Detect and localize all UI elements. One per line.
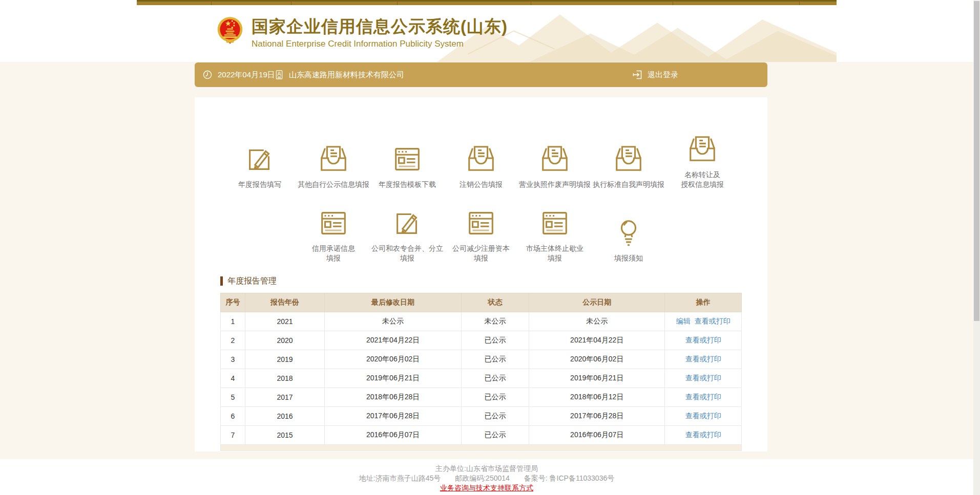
cell-published: 未公示 <box>529 312 665 331</box>
cell-modified: 2021年04月22日 <box>325 331 461 350</box>
cell-no: 2 <box>221 331 245 350</box>
cell-actions: 查看或打印 <box>665 388 742 407</box>
cell-no: 4 <box>221 369 245 388</box>
cell-actions: 查看或打印 <box>665 426 742 445</box>
nav-divider <box>397 2 398 5</box>
col-header-no: 序号 <box>221 293 245 312</box>
pencil-square-icon <box>244 143 276 175</box>
shortcut-capital-reduction[interactable]: 公司减少注册资本填报 <box>444 201 518 263</box>
cell-no: 1 <box>221 312 245 331</box>
vertical-scrollbar[interactable] <box>973 0 980 495</box>
view-print-link[interactable]: 查看或打印 <box>695 317 731 325</box>
shortcut-business-termination[interactable]: 市场主体终止歇业填报 <box>518 201 592 263</box>
content-panel: 年度报告填写 其他自行公示信息填报 年度报告模板下载 注销公告填报 营业执照作废… <box>195 97 767 451</box>
view-print-link[interactable]: 查看或打印 <box>685 374 721 382</box>
cell-modified: 2016年06月07日 <box>325 426 461 445</box>
inbox-document-icon <box>465 143 497 175</box>
cell-year: 2020 <box>245 331 325 350</box>
site-subtitle: National Enterprise Credit Information P… <box>252 39 508 49</box>
shortcut-credit-commitment[interactable]: 信用承诺信息填报 <box>297 201 370 263</box>
inbox-document-icon <box>686 134 718 165</box>
table-row: 7 2015 2016年06月07日 已公示 2016年06月07日 查看或打印 <box>221 426 742 445</box>
col-header-modified: 最后修改日期 <box>325 293 461 312</box>
edit-link[interactable]: 编辑 <box>676 317 691 325</box>
cell-no: 7 <box>221 426 245 445</box>
company-name: 山东高速路用新材料技术有限公司 <box>289 70 404 80</box>
pencil-square-icon <box>391 207 423 239</box>
view-print-link[interactable]: 查看或打印 <box>685 336 721 344</box>
logout-label: 退出登录 <box>648 70 678 80</box>
logged-in-company: 山东高速路用新材料技术有限公司 <box>274 62 404 87</box>
inbox-document-icon <box>613 143 644 175</box>
view-print-link[interactable]: 查看或打印 <box>685 431 721 439</box>
shortcut-row-1: 年度报告填写 其他自行公示信息填报 年度报告模板下载 注销公告填报 营业执照作废… <box>195 97 767 189</box>
table-row: 1 2021 未公示 未公示 未公示 编辑查看或打印 <box>221 312 742 331</box>
cell-status: 已公示 <box>461 407 529 426</box>
exit-icon <box>632 69 643 80</box>
col-header-actions: 操作 <box>665 293 742 312</box>
cell-published: 2018年06月12日 <box>529 388 665 407</box>
shortcut-row-2: 信用承诺信息填报 公司和农专合并、分立填报 公司减少注册资本填报 市场主体终止歇… <box>195 201 767 263</box>
table-row: 2 2020 2021年04月22日 已公示 2021年04月22日 查看或打印 <box>221 331 742 350</box>
current-date: 2022年04月19日 <box>202 62 275 87</box>
nav-divider <box>211 2 212 5</box>
cell-modified: 2017年06月28日 <box>325 407 461 426</box>
cell-actions: 查看或打印 <box>665 369 742 388</box>
cell-modified: 2019年06月21日 <box>325 369 461 388</box>
table-row: 3 2019 2020年06月02日 已公示 2020年06月02日 查看或打印 <box>221 350 742 369</box>
cell-published: 2021年04月22日 <box>529 331 665 350</box>
cell-modified: 2018年06月28日 <box>325 388 461 407</box>
cell-year: 2017 <box>245 388 325 407</box>
nav-divider <box>673 2 673 5</box>
shortcut-standard-self-declaration[interactable]: 执行标准自我声明填报 <box>592 127 665 189</box>
cell-actions: 查看或打印 <box>665 407 742 426</box>
section-marker <box>220 276 223 286</box>
cell-status: 未公示 <box>461 312 529 331</box>
site-title: 国家企业信用信息公示系统(山东) <box>252 15 508 38</box>
shortcut-name-transfer-authorization[interactable]: 名称转让及授权信息填报 <box>665 127 739 189</box>
shortcut-merger-division[interactable]: 公司和农专合并、分立填报 <box>370 201 444 263</box>
cell-modified: 2020年06月02日 <box>325 350 461 369</box>
shortcut-filing-instructions[interactable]: 填报须知 <box>592 201 665 263</box>
nav-divider <box>531 2 531 5</box>
shortcut-annual-report-fill[interactable]: 年度报告填写 <box>223 127 297 189</box>
cell-year: 2019 <box>245 350 325 369</box>
view-print-link[interactable]: 查看或打印 <box>685 355 721 363</box>
shortcut-cancellation-announcement[interactable]: 注销公告填报 <box>444 127 518 189</box>
nav-divider <box>799 2 800 5</box>
table-cutoff-row <box>220 445 742 451</box>
section-title: 年度报告管理 <box>227 276 277 287</box>
table-row: 4 2018 2019年06月21日 已公示 2019年06月21日 查看或打印 <box>221 369 742 388</box>
cell-actions: 查看或打印 <box>665 331 742 350</box>
browser-window-icon <box>539 207 571 239</box>
date-text: 2022年04月19日 <box>218 70 275 80</box>
cell-actions: 查看或打印 <box>665 350 742 369</box>
cell-year: 2016 <box>245 407 325 426</box>
site-brand: 国家企业信用信息公示系统(山东) National Enterprise Cre… <box>216 15 508 49</box>
col-header-status: 状态 <box>461 293 529 312</box>
annual-report-table: 序号 报告年份 最后修改日期 状态 公示日期 操作 1 2021 未公示 未公示… <box>220 293 742 445</box>
cell-actions: 编辑查看或打印 <box>665 312 742 331</box>
cell-published: 2019年06月21日 <box>529 369 665 388</box>
scrollbar-thumb[interactable] <box>974 1 979 321</box>
shortcut-other-publicity-info[interactable]: 其他自行公示信息填报 <box>297 127 370 189</box>
browser-window-icon <box>391 143 423 175</box>
nav-divider <box>291 2 291 5</box>
table-header-row: 序号 报告年份 最后修改日期 状态 公示日期 操作 <box>221 293 742 312</box>
view-print-link[interactable]: 查看或打印 <box>685 393 721 401</box>
cell-no: 5 <box>221 388 245 407</box>
cell-year: 2015 <box>245 426 325 445</box>
shortcut-report-template-download[interactable]: 年度报告模板下载 <box>370 127 444 189</box>
shortcut-license-invalidation[interactable]: 营业执照作废声明填报 <box>518 127 592 189</box>
cell-modified: 未公示 <box>325 312 461 331</box>
cell-no: 3 <box>221 350 245 369</box>
section-header: 年度报告管理 <box>220 276 767 286</box>
logout-button[interactable]: 退出登录 <box>632 62 678 87</box>
view-print-link[interactable]: 查看或打印 <box>685 412 721 420</box>
cell-status: 已公示 <box>461 369 529 388</box>
top-nav-bar <box>137 0 837 5</box>
cell-year: 2018 <box>245 369 325 388</box>
cell-no: 6 <box>221 407 245 426</box>
cell-published: 2017年06月28日 <box>529 407 665 426</box>
clock-icon <box>202 69 213 80</box>
